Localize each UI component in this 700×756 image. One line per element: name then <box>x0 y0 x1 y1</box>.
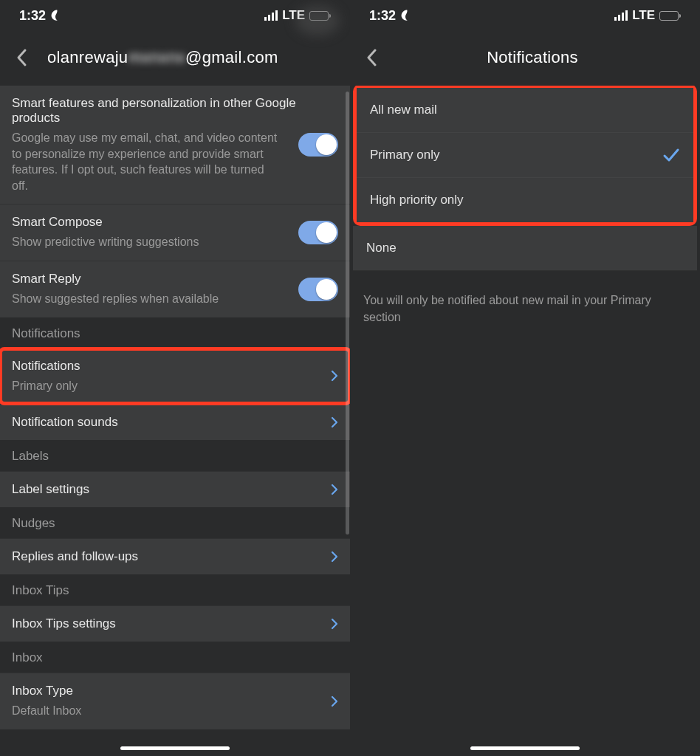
scrollbar[interactable] <box>346 92 349 535</box>
carrier-label: LTE <box>632 8 655 23</box>
home-indicator[interactable] <box>120 746 230 750</box>
row-subtitle: Default Inbox <box>12 703 81 719</box>
inbox-type-row[interactable]: Inbox Type Default Inbox <box>0 673 350 729</box>
chevron-right-icon <box>331 370 338 382</box>
row-subtitle: Show predictive writing suggestions <box>12 234 199 250</box>
notifications-row[interactable]: Notifications Primary only <box>0 348 350 405</box>
smart-reply-toggle[interactable] <box>298 278 338 301</box>
chevron-right-icon <box>331 551 338 563</box>
section-header-labels: Labels <box>0 440 350 471</box>
notifications-options-screen: 1:32 LTE Notifications All new mail <box>350 0 700 756</box>
checkmark-icon <box>662 148 680 162</box>
section-header-notifications: Notifications <box>0 317 350 348</box>
smart-reply-row: Smart Reply Show suggested replies when … <box>0 261 350 317</box>
settings-screen: 1:32 LTE olanrewajumxnxnx@gmail.com <box>0 0 350 756</box>
replies-followups-row[interactable]: Replies and follow-ups <box>0 538 350 574</box>
option-primary-only[interactable]: Primary only <box>357 133 693 178</box>
option-all-new-mail[interactable]: All new mail <box>357 88 693 133</box>
do-not-disturb-icon <box>50 9 64 22</box>
row-title: Smart features and personalization in ot… <box>12 96 298 126</box>
row-subtitle: Primary only <box>12 378 80 394</box>
battery-icon <box>659 11 681 21</box>
row-subtitle: Google may use my email, chat, and video… <box>12 130 278 193</box>
signal-icon <box>614 10 628 21</box>
row-title: Notification sounds <box>12 415 118 430</box>
nav-bar: Notifications <box>350 30 700 86</box>
option-label: High priority only <box>370 193 464 207</box>
option-label: All new mail <box>370 103 437 117</box>
section-header-inbox: Inbox <box>0 642 350 673</box>
home-indicator[interactable] <box>470 746 580 750</box>
option-none[interactable]: None <box>353 226 697 271</box>
row-title: Smart Compose <box>12 215 199 230</box>
chevron-right-icon <box>331 484 338 495</box>
chevron-right-icon <box>331 416 338 428</box>
row-title: Smart Reply <box>12 272 219 286</box>
signal-icon <box>264 10 278 21</box>
page-title: olanrewajumxnxnx@gmail.com <box>47 48 278 67</box>
back-button[interactable] <box>360 47 382 69</box>
smart-compose-toggle[interactable] <box>298 221 338 244</box>
highlight-box: Notifications Primary only <box>0 348 350 405</box>
back-button[interactable] <box>10 47 32 69</box>
smart-compose-row: Smart Compose Show predictive writing su… <box>0 204 350 261</box>
inbox-tips-settings-row[interactable]: Inbox Tips settings <box>0 605 350 642</box>
nav-bar: olanrewajumxnxnx@gmail.com <box>0 30 350 86</box>
smart-features-row: Smart features and personalization in ot… <box>0 86 350 204</box>
highlight-box: All new mail Primary only High priority … <box>353 86 697 226</box>
row-title: Replies and follow-ups <box>12 549 138 564</box>
row-title: Inbox Tips settings <box>12 616 116 631</box>
option-label: Primary only <box>370 148 439 162</box>
option-high-priority[interactable]: High priority only <box>357 178 693 222</box>
status-time: 1:32 <box>19 8 46 24</box>
chevron-right-icon <box>331 618 338 630</box>
row-subtitle: Show suggested replies when available <box>12 291 219 307</box>
page-title: Notifications <box>397 48 668 67</box>
footer-note: You will only be notified about new mail… <box>350 271 700 346</box>
row-title: Label settings <box>12 482 89 497</box>
status-time: 1:32 <box>369 8 396 24</box>
option-label: None <box>366 241 397 255</box>
row-title: Inbox Type <box>12 684 81 698</box>
row-title: Notifications <box>12 359 80 374</box>
section-header-inbox-tips: Inbox Tips <box>0 574 350 605</box>
notification-sounds-row[interactable]: Notification sounds <box>0 404 350 440</box>
smart-features-toggle[interactable] <box>298 133 338 157</box>
section-header-nudges: Nudges <box>0 507 350 538</box>
do-not-disturb-icon <box>400 9 414 22</box>
status-bar: 1:32 LTE <box>350 0 700 30</box>
label-settings-row[interactable]: Label settings <box>0 471 350 507</box>
redacted-avatar <box>295 6 340 35</box>
chevron-right-icon <box>331 695 338 707</box>
